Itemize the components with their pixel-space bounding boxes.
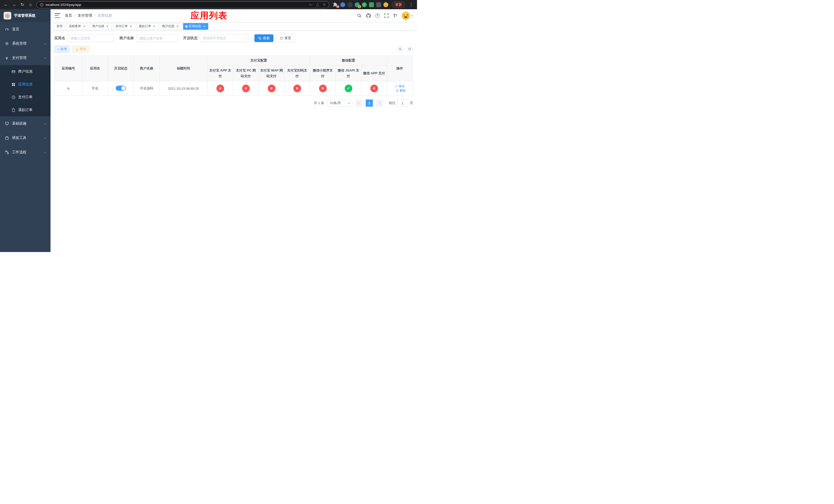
sidebar-item-label: 基础设施 (12, 121, 26, 126)
active-tab-dot (185, 25, 188, 27)
extension-icon-2[interactable] (348, 2, 352, 7)
browser-menu-button[interactable]: ⋮ (407, 1, 415, 8)
close-icon[interactable]: × (176, 25, 179, 28)
github-icon[interactable] (366, 13, 371, 18)
app-name-label: 应用名 (54, 36, 65, 41)
sidebar-item-refund-order[interactable]: 退款订单 (0, 104, 50, 116)
close-icon[interactable]: × (82, 25, 86, 28)
search-icon[interactable] (357, 13, 361, 18)
sidebar-item-devtools[interactable]: 研发工具 (0, 131, 50, 145)
chevron-down-icon (44, 136, 46, 139)
alipay-qr-status-icon: × (293, 85, 301, 92)
cell-status (108, 81, 134, 96)
close-icon[interactable]: × (152, 25, 156, 28)
chevron-left-icon (358, 102, 360, 104)
user-menu[interactable] (402, 12, 413, 20)
sidebar-item-system[interactable]: 系统管理 (0, 37, 50, 51)
browser-update-button[interactable]: 更新 (392, 1, 405, 8)
tab-merchant-info[interactable]: 商户信息× (160, 23, 181, 30)
home-icon: ⌂ (29, 2, 32, 7)
close-icon[interactable]: × (106, 25, 109, 28)
close-icon[interactable]: × (202, 25, 206, 28)
close-icon[interactable]: × (129, 25, 133, 28)
extension-icon-5[interactable] (369, 2, 374, 7)
extension-icon-3[interactable]: 1 (355, 2, 359, 7)
sidebar-item-label: 工作流程 (12, 150, 26, 155)
sidebar-item-workflow[interactable]: 工作流程 (0, 145, 50, 159)
tab-process-form[interactable]: 流程表单× (66, 23, 88, 30)
alipay-pc-status-icon: × (242, 85, 250, 92)
breadcrumb-section[interactable]: 支付管理 (78, 13, 92, 18)
extensions-puzzle-icon[interactable]: 10 (333, 2, 338, 7)
reset-button[interactable]: 重置 (276, 35, 295, 42)
sidebar-item-label: 研发工具 (12, 136, 26, 140)
status-switch[interactable] (116, 86, 126, 91)
tab-refund-order[interactable]: 退款订单× (136, 23, 158, 30)
extension-icon-4[interactable]: ✓ (362, 2, 367, 7)
table-row: 6 芋道 芋道源码 2021-10-23 08:49:25 × × × × × … (54, 81, 413, 96)
font-size-icon[interactable]: TT (393, 14, 397, 18)
export-button[interactable]: 导出 (72, 46, 89, 52)
site-info-icon[interactable] (40, 3, 44, 7)
address-bar[interactable]: localhost:1024/pay/app ☆ (37, 1, 329, 8)
search-form: 应用名 商户名称 开启状态 请选择开启状态 搜索 (54, 35, 413, 42)
browser-back-button[interactable]: ← (2, 1, 10, 8)
col-actions: 操作 (387, 56, 413, 81)
chevron-right-icon (378, 102, 380, 104)
col-alipay-wap: 支付宝 WAP 网站支付 (259, 66, 284, 81)
sidebar-item-infrastructure[interactable]: 基础设施 (0, 116, 50, 131)
password-key-icon[interactable] (308, 3, 313, 7)
sidebar-item-home[interactable]: 首页 (0, 22, 50, 37)
bookmark-star-icon[interactable]: ☆ (323, 2, 326, 7)
search-icon (398, 47, 402, 51)
extensions-count-badge: 10 (336, 5, 339, 8)
sidebar-item-pay-order[interactable]: 支付订单 (0, 91, 50, 104)
sidebar-item-label: 系统管理 (12, 41, 26, 46)
sidebar-item-label: 支付订单 (18, 95, 32, 99)
goto-page-input[interactable] (397, 99, 408, 107)
add-button[interactable]: + 新增 (54, 46, 70, 52)
fullscreen-icon[interactable] (384, 13, 389, 18)
delete-button[interactable]: 删除 (396, 88, 406, 93)
sidebar-item-merchant-info[interactable]: 商户信息 (0, 65, 50, 78)
prev-page-button[interactable] (355, 99, 363, 107)
chevron-down-icon (348, 102, 350, 104)
refresh-icon (280, 37, 283, 40)
merchant-name-input[interactable] (136, 35, 177, 42)
browser-reload-button[interactable]: ↻ (19, 1, 26, 8)
extensions-area: 10 1 ✓ (333, 2, 388, 7)
help-icon[interactable]: ? (375, 13, 380, 18)
tab-user-group[interactable]: 用户分组× (90, 23, 112, 30)
yuan-icon: ¥ (5, 56, 9, 60)
extension-icon-7[interactable] (383, 2, 388, 7)
tab-home[interactable]: 首页 (54, 23, 65, 30)
breadcrumb: 首页 / 支付管理 / 应用信息 (65, 13, 112, 18)
browser-forward-button[interactable]: → (10, 1, 18, 8)
extension-icon-1[interactable] (340, 2, 345, 7)
extension-icon-6[interactable] (376, 2, 381, 7)
download-icon (75, 48, 79, 51)
toggle-search-button[interactable] (397, 46, 404, 52)
goto-suffix: 页 (410, 101, 413, 105)
edit-button[interactable]: 修改 (395, 84, 405, 88)
status-select[interactable]: 请选择开启状态 (200, 35, 249, 42)
sidebar-item-payment[interactable]: ¥ 支付管理 (0, 51, 50, 65)
search-button[interactable]: 搜索 (255, 35, 273, 42)
refresh-table-button[interactable] (406, 46, 413, 52)
page-number-1[interactable]: 1 (366, 99, 373, 107)
group-alipay-config: 支付宝配置 (207, 56, 310, 66)
page-size-select[interactable]: 10条/页 (327, 99, 352, 107)
app-name-input[interactable] (68, 35, 114, 42)
chevron-down-icon (411, 14, 413, 16)
tab-app-info[interactable]: 应用信息× (183, 23, 208, 30)
breadcrumb-home[interactable]: 首页 (65, 13, 72, 18)
sidebar-toggle-button[interactable] (54, 13, 60, 18)
next-page-button[interactable] (376, 99, 383, 107)
browser-chrome: ← → ↻ ⌂ localhost:1024/pay/app ☆ 10 1 ✓ (0, 0, 417, 9)
tab-pay-order[interactable]: 支付订单× (113, 23, 135, 30)
sidebar-item-app-info[interactable]: 应用信息 (0, 78, 50, 91)
monitor-icon (5, 121, 9, 125)
browser-home-button[interactable]: ⌂ (27, 1, 35, 8)
share-icon[interactable] (316, 3, 320, 7)
sidebar-logo[interactable]: 芋道管理系统 (0, 9, 50, 22)
